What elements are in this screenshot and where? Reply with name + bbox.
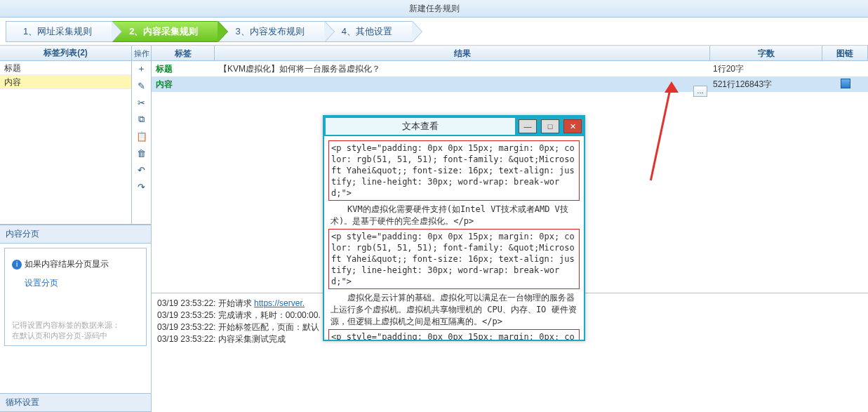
text-viewer-dialog: 文本查看 — □ ✕ <p style="padding: 0px 0px 15… <box>323 115 585 341</box>
paging-footer: 记得设置内容标签的数据来源： 在默认页和内容分页-源码中 <box>12 320 139 341</box>
minimize-button[interactable]: — <box>519 119 537 133</box>
paste-icon[interactable]: 📋 <box>135 130 148 142</box>
cell-tag: 标题 <box>152 63 215 75</box>
grid-body: 标题 【KVM虚拟化】如何将一台服务器虚拟化？ 1行20字 内容 … 521行1… <box>152 61 868 92</box>
ops-toolbar: ＋ ✎ ✂ ⧉ 📋 🗑 ↶ ↷ <box>131 61 151 224</box>
col-result: 结果 <box>215 46 710 60</box>
close-button[interactable]: ✕ <box>563 119 582 133</box>
dialog-titlebar[interactable]: 文本查看 — □ ✕ <box>324 117 584 136</box>
loop-settings-title[interactable]: 循环设置 <box>0 393 151 412</box>
log-text: 03/19 23:53:22: 开始请求 <box>157 298 254 308</box>
plus-icon[interactable]: ＋ <box>135 62 148 75</box>
paging-hint-text: 如果内容结果分页显示 <box>25 259 109 269</box>
cell-result: 【KVM虚拟化】如何将一台服务器虚拟化？ <box>215 63 710 75</box>
tag-list-header: 标签列表(2) 操作 <box>0 46 151 61</box>
window-title: 新建任务规则 <box>0 0 868 18</box>
col-count: 字数 <box>710 46 822 60</box>
undo-icon[interactable]: ↶ <box>135 164 148 176</box>
paging-hint: i如果内容结果分页显示 <box>12 258 139 270</box>
tag-list: 标题 内容 <box>0 61 131 224</box>
info-icon: i <box>12 260 22 270</box>
maximize-button[interactable]: □ <box>541 119 559 133</box>
step-2[interactable]: 2、内容采集规则 <box>112 21 218 42</box>
image-chain-icon[interactable] <box>841 79 850 88</box>
cell-count: 521行126843字 <box>710 79 822 91</box>
content-paragraph-1: KVM的虚拟化需要硬件支持(如Intel VT技术或者AMD V技术)。是基于硬… <box>328 202 580 229</box>
step-4[interactable]: 4、其他设置 <box>324 21 413 42</box>
cut-icon[interactable]: ✂ <box>135 96 148 109</box>
step-nav: 1、网址采集规则 2、内容采集规则 3、内容发布规则 4、其他设置 <box>0 18 868 46</box>
step-1[interactable]: 1、网址采集规则 <box>6 21 112 42</box>
grid-row-content[interactable]: 内容 … 521行126843字 <box>152 77 868 92</box>
paging-footer-l2: 在默认页和内容分页-源码中 <box>12 331 139 341</box>
ellipsis-button[interactable]: … <box>693 86 707 97</box>
html-block-2: <p style="padding: 0px 0px 15px; margin:… <box>328 229 580 289</box>
html-block-3: <p style="padding: 0px 0px 15px; margin:… <box>328 329 580 340</box>
copy-icon[interactable]: ⧉ <box>135 113 148 126</box>
pencil-icon[interactable]: ✎ <box>135 79 148 92</box>
log-link[interactable]: https://server. <box>254 298 305 308</box>
tag-item-content[interactable]: 内容 <box>0 75 131 89</box>
dialog-body[interactable]: <p style="padding: 0px 0px 15px; margin:… <box>324 136 584 340</box>
paging-box: i如果内容结果分页显示 设置分页 记得设置内容标签的数据来源： 在默认页和内容分… <box>4 248 147 346</box>
step-3[interactable]: 3、内容发布规则 <box>218 21 324 42</box>
cell-count: 1行20字 <box>710 63 822 75</box>
dialog-title: 文本查看 <box>326 118 515 135</box>
set-paging-link[interactable]: 设置分页 <box>12 277 58 289</box>
cell-tag: 内容 <box>152 79 215 91</box>
cell-img <box>822 79 868 91</box>
content-paging-title[interactable]: 内容分页 <box>0 225 151 244</box>
content-paragraph-2: 虚拟化是云计算的基础。虚拟化可以满足在一台物理的服务器上运行多个虚拟机。虚拟机共… <box>328 291 580 329</box>
tag-item-title[interactable]: 标题 <box>0 61 131 75</box>
trash-icon[interactable]: 🗑 <box>135 147 148 159</box>
ops-header: 操作 <box>131 46 151 61</box>
col-tag: 标签 <box>152 46 215 60</box>
paging-footer-l1: 记得设置内容标签的数据来源： <box>12 320 139 331</box>
html-block-1: <p style="padding: 0px 0px 15px; margin:… <box>328 140 580 201</box>
col-imgchain: 图链 <box>822 46 868 60</box>
grid-row-title[interactable]: 标题 【KVM虚拟化】如何将一台服务器虚拟化？ 1行20字 <box>152 61 868 77</box>
tag-list-title: 标签列表(2) <box>0 47 131 59</box>
grid-header: 标签 结果 字数 图链 <box>152 46 868 61</box>
redo-icon[interactable]: ↷ <box>135 180 148 193</box>
